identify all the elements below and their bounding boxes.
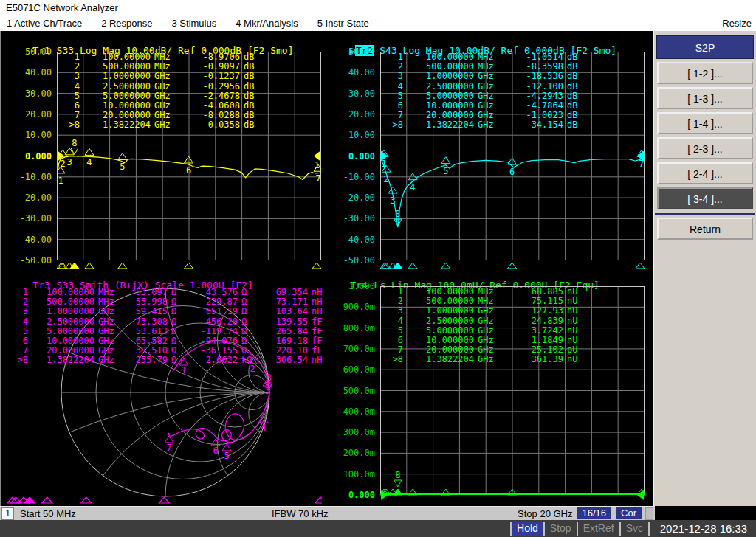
softkey-return[interactable]: Return bbox=[657, 218, 753, 240]
svg-text:4: 4 bbox=[261, 423, 266, 433]
svg-text:2: 2 bbox=[60, 159, 65, 169]
marker-table-cell: 1.0000000 bbox=[403, 72, 474, 81]
y-tick-label: 100.0m bbox=[328, 469, 375, 479]
marker-table-cell: 2.6622 bbox=[186, 356, 238, 365]
softkey-1-4[interactable]: [ 1-4 ]... bbox=[657, 112, 753, 134]
tr2-marker-table: 1100.00000MHz-1.0514dB2500.00000MHz-8.35… bbox=[384, 52, 589, 131]
softkey-header-s2p[interactable]: S2P bbox=[656, 35, 754, 59]
start-frequency: Start 50 MHz bbox=[20, 508, 76, 519]
marker-table-row: >81.3822204GHz-34.154dB bbox=[384, 120, 589, 130]
marker-table-cell: 59.415 bbox=[122, 307, 168, 316]
marker-table-cell: GHz bbox=[474, 316, 507, 326]
marker-table-cell: GHz bbox=[474, 82, 507, 91]
svg-text:7: 7 bbox=[315, 173, 320, 184]
marker-table-cell: -12.100 bbox=[507, 82, 563, 91]
y-tick-label: -40.00 bbox=[4, 235, 52, 245]
hold-indicator: Hold bbox=[510, 522, 543, 536]
marker-table-cell: 651.19 bbox=[186, 307, 238, 316]
marker-table-cell: Ω bbox=[168, 336, 186, 346]
marker-table-cell: GHz bbox=[94, 307, 122, 316]
svg-text:5: 5 bbox=[224, 451, 229, 461]
softkey-buttons: [ 1-2 ]...[ 1-3 ]...[ 1-4 ]...[ 2-3 ]...… bbox=[654, 62, 756, 240]
marker-table-cell: nH bbox=[308, 307, 329, 316]
y-tick-label: 300.0m bbox=[328, 427, 375, 437]
svg-text:6: 6 bbox=[213, 446, 218, 456]
marker-table-cell: GHz bbox=[94, 356, 122, 365]
resize-button[interactable]: Resize bbox=[722, 16, 752, 31]
marker-table-cell: nU bbox=[563, 326, 589, 336]
marker-table-cell: 1.3822204 bbox=[403, 355, 474, 364]
y-tick-label: -10.00 bbox=[328, 172, 375, 182]
marker-table-cell: Ω bbox=[168, 297, 186, 307]
svg-text:1: 1 bbox=[314, 160, 319, 170]
marker-table-cell: -0.1237 bbox=[184, 72, 240, 81]
y-tick-label: 500.0m bbox=[328, 386, 375, 396]
marker-table-cell: -456.20 bbox=[186, 317, 238, 327]
menu-item-4[interactable]: 4 Mkr/Analysis bbox=[236, 16, 298, 31]
ifbw-readout: IFBW 70 kHz bbox=[272, 508, 329, 519]
datetime-display: 2021-12-28 16:33 bbox=[648, 522, 756, 536]
menu-item-5[interactable]: 5 Instr State bbox=[317, 16, 369, 31]
y-tick-label: 600.0m bbox=[328, 364, 375, 375]
marker-table-cell: 255.79 bbox=[122, 356, 168, 365]
marker-table-cell: >8 bbox=[12, 356, 28, 365]
svg-text:1: 1 bbox=[181, 365, 186, 375]
marker-table-cell: 5 bbox=[384, 326, 403, 336]
stop-indicator: Stop bbox=[543, 522, 577, 536]
svg-text:2: 2 bbox=[383, 174, 388, 184]
y-tick-label: 40.00 bbox=[4, 67, 52, 77]
marker-table-row: 42.5000000GHz24.839nU bbox=[384, 316, 589, 326]
softkey-1-3[interactable]: [ 1-3 ]... bbox=[657, 87, 753, 109]
marker-table-cell: 103.64 bbox=[261, 307, 308, 316]
marker-table-cell: 127.93 bbox=[507, 306, 563, 316]
menu-item-1[interactable]: 1 Active Ch/Trace bbox=[7, 16, 82, 31]
marker-table-cell: dB bbox=[563, 72, 589, 81]
marker-table-cell: 5 bbox=[12, 327, 28, 336]
marker-table-cell: dB bbox=[563, 91, 589, 101]
marker-table-cell: 1.3822204 bbox=[403, 120, 474, 130]
y-tick-label: 1.000 bbox=[328, 281, 375, 291]
svg-text:1: 1 bbox=[58, 176, 63, 186]
marker-table-row: 55.0000000GHz-2.4678dB bbox=[61, 91, 266, 101]
sweep-points-badge: 16/16 bbox=[577, 507, 612, 519]
marker-table-cell: >8 bbox=[384, 355, 403, 364]
svg-text:8: 8 bbox=[395, 209, 400, 219]
correction-badge: Cor bbox=[616, 507, 642, 519]
marker-table-row: 55.0000000GHz3.7242nU bbox=[384, 326, 589, 336]
softkey-3-4[interactable]: [ 3-4 ]... bbox=[657, 187, 753, 209]
y-tick-label: 50.00 bbox=[328, 46, 375, 57]
marker-table-cell: >8 bbox=[61, 120, 80, 130]
y-tick-label: 700.0m bbox=[328, 344, 375, 354]
marker-table-cell: 3 bbox=[384, 306, 403, 316]
marker-table-row: >81.3822204GHz255.79Ω2.6622kΩ306.54nH bbox=[12, 356, 329, 365]
marker-table-cell: GHz bbox=[151, 91, 184, 101]
svg-text:1: 1 bbox=[381, 159, 386, 169]
marker-table-cell: GHz bbox=[151, 120, 184, 130]
y-tick-label: -20.00 bbox=[4, 193, 52, 203]
menu-item-3[interactable]: 3 Stimulus bbox=[172, 16, 217, 31]
marker-table-cell: dB bbox=[240, 72, 266, 81]
svg-text:3: 3 bbox=[390, 195, 395, 206]
softkey-1-2[interactable]: [ 1-2 ]... bbox=[657, 62, 753, 84]
y-tick-label: 30.00 bbox=[4, 89, 52, 99]
tr3-title: Tr3 S33 Smith (R+jX) Scale 1.000U [F2] bbox=[9, 268, 253, 280]
softkey-2-3[interactable]: [ 2-3 ]... bbox=[657, 137, 753, 159]
menu-item-2[interactable]: 2 Response bbox=[101, 16, 152, 31]
marker-table-cell: Ω bbox=[238, 307, 261, 316]
marker-table-row: 42.5000000GHz73.308Ω-456.20Ω139.55fF bbox=[12, 317, 329, 327]
marker-table-cell: nU bbox=[563, 316, 589, 326]
y-tick-label: -30.00 bbox=[4, 213, 52, 224]
marker-table-cell: 2.5000000 bbox=[28, 317, 94, 327]
y-tick-label: 30.00 bbox=[328, 89, 375, 99]
marker-table-cell: 4 bbox=[384, 316, 403, 326]
softkey-2-4[interactable]: [ 2-4 ]... bbox=[657, 162, 753, 184]
marker-table-cell: nH bbox=[308, 356, 329, 365]
marker-table-cell: dB bbox=[563, 120, 589, 130]
marker-table-cell: 5 bbox=[384, 91, 403, 101]
marker-table-cell: 5.0000000 bbox=[403, 91, 474, 101]
marker-table-row: 31.0000000GHz-18.536dB bbox=[384, 72, 589, 81]
svg-text:4: 4 bbox=[86, 157, 92, 167]
marker-table-cell: 3 bbox=[384, 72, 403, 81]
y-tick-label: -20.00 bbox=[328, 193, 375, 203]
tr1-title: Tr1 S33 Log Mag 10.00dB/ Ref 0.000dB [F2… bbox=[9, 33, 294, 45]
